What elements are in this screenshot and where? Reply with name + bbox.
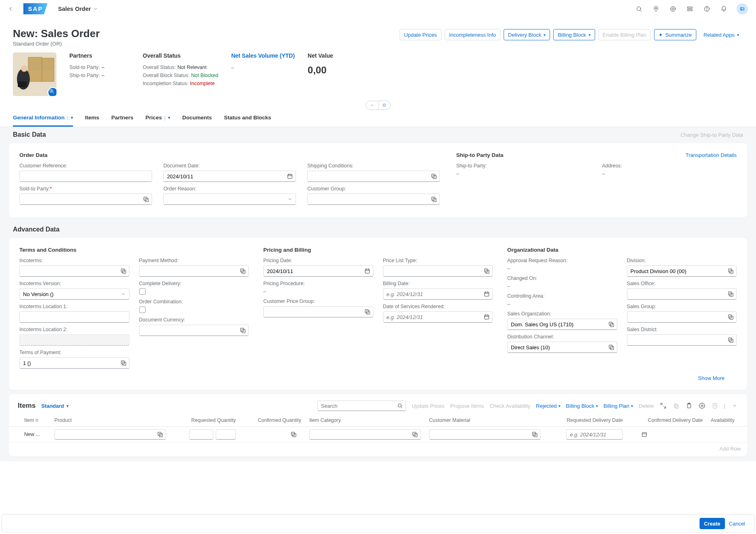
services-rendered-input[interactable] bbox=[383, 312, 481, 322]
help-icon[interactable] bbox=[703, 5, 711, 13]
expand-icon[interactable] bbox=[660, 402, 667, 409]
value-help-icon[interactable] bbox=[154, 430, 166, 439]
pin-header-button[interactable] bbox=[378, 101, 390, 109]
sales-org-input[interactable] bbox=[508, 319, 606, 330]
transportation-details-link[interactable]: Transportation Details bbox=[685, 152, 737, 158]
tab-status-blocks[interactable]: Status and Blocks bbox=[224, 111, 271, 127]
value-help-icon[interactable] bbox=[725, 289, 736, 299]
price-list-type-input[interactable] bbox=[383, 266, 481, 276]
sales-group-input[interactable] bbox=[627, 312, 725, 322]
summarize-button[interactable]: ✦Summarize bbox=[654, 29, 696, 40]
zoom-image-button[interactable] bbox=[48, 87, 56, 96]
items-search-input[interactable] bbox=[318, 401, 394, 411]
value-help-icon[interactable] bbox=[362, 307, 373, 317]
update-prices-button[interactable]: Update Prices bbox=[400, 29, 442, 40]
sold-to-party-input[interactable] bbox=[20, 194, 140, 204]
value-help-icon[interactable] bbox=[725, 312, 736, 322]
row-unit-input[interactable] bbox=[216, 430, 290, 439]
value-help-icon[interactable] bbox=[118, 358, 129, 368]
col-conf-delivery[interactable]: Confirmed Delivery Date bbox=[627, 414, 706, 427]
pin-location-icon[interactable] bbox=[652, 5, 660, 13]
customer-ref-input[interactable] bbox=[20, 171, 152, 181]
chevron-down-icon[interactable]: ▾ bbox=[168, 115, 170, 120]
calendar-icon[interactable] bbox=[362, 266, 373, 276]
value-help-icon[interactable] bbox=[529, 430, 540, 439]
col-req-delivery[interactable]: Requested Delivery Date bbox=[545, 414, 627, 427]
show-more-link[interactable]: Show More bbox=[698, 375, 725, 381]
tab-items[interactable]: Items bbox=[85, 111, 99, 127]
back-button[interactable] bbox=[5, 3, 16, 15]
billing-date-input[interactable] bbox=[383, 289, 481, 299]
row-product-input[interactable] bbox=[55, 430, 154, 439]
value-help-icon[interactable] bbox=[409, 430, 421, 439]
col-conf-qty[interactable]: Confirmed Quantity bbox=[240, 414, 305, 427]
search-icon[interactable] bbox=[394, 401, 406, 411]
value-help-icon[interactable] bbox=[428, 194, 439, 204]
calendar-icon[interactable] bbox=[641, 430, 648, 439]
collapse-header-button[interactable] bbox=[366, 101, 378, 109]
pricing-date-input[interactable] bbox=[264, 266, 362, 276]
calendar-icon[interactable] bbox=[481, 312, 492, 322]
chevron-down-icon[interactable] bbox=[284, 194, 296, 204]
incoterms-version-input[interactable] bbox=[20, 289, 118, 299]
complete-delivery-checkbox[interactable] bbox=[139, 288, 146, 295]
col-item[interactable]: Item ≡ bbox=[20, 414, 50, 427]
division-input[interactable] bbox=[627, 266, 725, 276]
calendar-icon[interactable] bbox=[481, 289, 492, 299]
customer-group-input[interactable] bbox=[308, 194, 428, 204]
value-help-icon[interactable] bbox=[606, 342, 617, 353]
items-billing-block-button[interactable]: Billing Block ▾ bbox=[566, 403, 598, 409]
value-help-icon[interactable] bbox=[428, 171, 439, 181]
chevron-down-icon[interactable]: ▾ bbox=[71, 115, 73, 120]
tab-partners[interactable]: Partners bbox=[111, 111, 133, 127]
payment-method-input[interactable] bbox=[140, 266, 237, 276]
dist-channel-input[interactable] bbox=[508, 342, 606, 353]
doc-currency-input[interactable] bbox=[140, 325, 237, 336]
col-customer-material[interactable]: Customer Material bbox=[425, 414, 545, 427]
items-rejected-button[interactable]: Rejected ▾ bbox=[536, 403, 560, 409]
activity-icon[interactable] bbox=[669, 5, 677, 13]
tray-icon[interactable] bbox=[686, 5, 694, 13]
add-row-button[interactable]: Add Row bbox=[9, 442, 747, 455]
value-help-icon[interactable] bbox=[237, 266, 248, 276]
incoterms-loc1-input[interactable] bbox=[20, 312, 129, 322]
order-combination-checkbox[interactable] bbox=[139, 307, 146, 313]
col-req-qty[interactable]: Requested Quantity bbox=[170, 414, 240, 427]
tab-general-information[interactable]: General Information | ▾ bbox=[13, 111, 73, 127]
shipping-conditions-input[interactable] bbox=[308, 171, 428, 181]
value-help-icon[interactable] bbox=[118, 266, 129, 276]
incompleteness-info-button[interactable]: Incompleteness Info bbox=[445, 29, 500, 40]
chevron-down-icon[interactable] bbox=[731, 402, 738, 409]
sales-office-input[interactable] bbox=[627, 289, 725, 299]
user-avatar[interactable]: EI bbox=[737, 3, 748, 15]
value-help-icon[interactable] bbox=[140, 194, 152, 204]
value-help-icon[interactable] bbox=[725, 335, 736, 345]
tab-documents[interactable]: Documents bbox=[182, 111, 212, 127]
search-icon[interactable] bbox=[635, 5, 643, 13]
net-sales-title-link[interactable]: Net Sales Volume (YTD) bbox=[231, 52, 295, 59]
value-help-icon[interactable] bbox=[237, 325, 248, 336]
items-variant-selector[interactable]: Standard▾ bbox=[41, 403, 68, 409]
notification-icon[interactable] bbox=[720, 5, 728, 13]
row-req-delivery-input[interactable] bbox=[566, 430, 641, 439]
chevron-down-icon[interactable] bbox=[118, 289, 129, 299]
tab-prices[interactable]: Prices | ▾ bbox=[146, 111, 170, 127]
value-help-icon[interactable] bbox=[290, 430, 297, 439]
terms-payment-input[interactable] bbox=[20, 358, 118, 368]
billing-block-button[interactable]: Billing Block▾ bbox=[553, 29, 595, 40]
sales-district-input[interactable] bbox=[627, 335, 725, 345]
paste-icon[interactable] bbox=[685, 402, 693, 409]
value-help-icon[interactable] bbox=[725, 266, 736, 276]
change-ship-to-link[interactable]: Change Ship-to Party Data bbox=[681, 132, 743, 138]
delivery-block-button[interactable]: Delivery Block▾ bbox=[504, 29, 550, 40]
document-date-input[interactable] bbox=[164, 171, 284, 181]
related-apps-button[interactable]: Related Apps▾ bbox=[700, 29, 743, 40]
incoterms-input[interactable] bbox=[20, 266, 118, 276]
value-help-icon[interactable] bbox=[481, 266, 492, 276]
items-billing-plan-button[interactable]: Billing Plan ▾ bbox=[604, 403, 633, 409]
row-item-category-input[interactable] bbox=[310, 430, 409, 439]
col-availability[interactable]: Availability bbox=[707, 414, 747, 427]
value-help-icon[interactable] bbox=[606, 319, 617, 330]
calendar-icon[interactable] bbox=[284, 171, 296, 181]
col-item-category[interactable]: Item Category bbox=[305, 414, 425, 427]
